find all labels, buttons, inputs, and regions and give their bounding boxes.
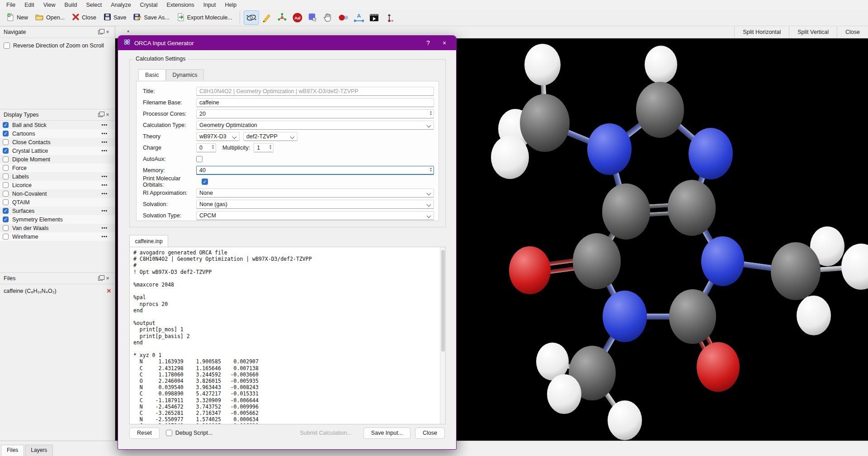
display-type-options-icon[interactable]: •••: [101, 131, 111, 136]
h-atom[interactable]: [547, 374, 581, 414]
display-type-checkbox[interactable]: [3, 191, 9, 197]
h-atom[interactable]: [524, 44, 561, 85]
title-input[interactable]: C8H10N4O2 | Geometry Optimization | wB97…: [196, 87, 434, 96]
close-panel-icon[interactable]: ×: [104, 28, 111, 36]
c-atom[interactable]: [520, 94, 570, 152]
menu-item-help[interactable]: Help: [220, 1, 241, 9]
dialog-help-button[interactable]: ?: [422, 39, 434, 47]
editor-file-tab[interactable]: caffeine.inp: [129, 235, 168, 247]
split-vertical-button[interactable]: Split Vertical: [789, 26, 837, 38]
close-panel-icon[interactable]: ×: [104, 111, 111, 118]
menu-item-build[interactable]: Build: [60, 1, 82, 9]
display-type-checkbox[interactable]: ✓: [3, 216, 9, 222]
h-atom[interactable]: [841, 244, 868, 289]
align-tool-button[interactable]: [382, 11, 397, 24]
float-panel-icon[interactable]: [97, 275, 104, 282]
menu-item-edit[interactable]: Edit: [20, 1, 39, 9]
save-input-button[interactable]: Save Input...: [363, 428, 410, 439]
display-type-checkbox[interactable]: ✓: [3, 148, 9, 154]
h-atom[interactable]: [491, 136, 529, 179]
save-button[interactable]: Save: [100, 11, 130, 24]
export-molecule-button[interactable]: Export Molecule...: [173, 11, 236, 24]
float-panel-icon[interactable]: [97, 111, 104, 118]
split-horizontal-button[interactable]: Split Horizontal: [734, 26, 789, 38]
selection-tool-button[interactable]: [306, 11, 320, 24]
charge-spinbox[interactable]: 0▲▼: [196, 143, 216, 152]
n-atom[interactable]: [701, 236, 744, 286]
autoaux-checkbox[interactable]: [196, 156, 203, 162]
display-type-row-cartoons[interactable]: ✓ Cartoons •••: [0, 129, 115, 138]
solvation-combobox[interactable]: None (gas): [196, 200, 434, 209]
display-type-options-icon[interactable]: •••: [101, 226, 111, 230]
ri-approximation-combobox[interactable]: None: [196, 188, 434, 197]
editor-scrollbar[interactable]: [440, 247, 445, 424]
dialog-close-button[interactable]: Close: [415, 428, 445, 439]
display-type-checkbox[interactable]: ✓: [3, 122, 9, 128]
display-type-options-icon[interactable]: •••: [101, 191, 111, 196]
filename-base-input[interactable]: caffeine: [196, 98, 434, 107]
display-type-row-close-contacts[interactable]: Close Contacts •••: [0, 138, 115, 146]
display-type-checkbox[interactable]: [3, 139, 9, 145]
spinner-arrows-icon[interactable]: ▲▼: [269, 144, 272, 150]
display-type-row-non-covalent[interactable]: Non-Covalent •••: [0, 189, 115, 198]
bottom-tab-layers[interactable]: Layers: [25, 445, 53, 456]
label-tool-button[interactable]: Aal: [290, 11, 305, 24]
basis-combobox[interactable]: def2-TZVPP: [243, 132, 297, 141]
c-atom[interactable]: [669, 289, 717, 344]
display-type-options-icon[interactable]: •••: [101, 148, 111, 153]
bottom-tab-files[interactable]: Files: [1, 445, 24, 456]
dialog-close-icon[interactable]: ×: [438, 39, 451, 47]
display-type-row-qtaim[interactable]: QTAIM •••: [0, 198, 115, 207]
display-type-options-icon[interactable]: •••: [101, 183, 111, 188]
new-button[interactable]: New: [3, 11, 32, 24]
n-atom[interactable]: [587, 123, 632, 175]
c-atom[interactable]: [668, 180, 716, 235]
reverse-zoom-checkbox[interactable]: [4, 42, 10, 49]
tab-dynamics[interactable]: Dynamics: [166, 69, 204, 80]
save-as-button[interactable]: Save As...: [130, 11, 173, 24]
menu-item-file[interactable]: File: [2, 1, 20, 9]
display-type-options-icon[interactable]: •••: [101, 140, 111, 145]
spinner-arrows-icon[interactable]: ▲▼: [212, 144, 214, 150]
template-tool-button[interactable]: [275, 11, 289, 24]
tab-basic[interactable]: Basic: [138, 69, 166, 80]
display-type-row-crystal-lattice[interactable]: ✓ Crystal Lattice •••: [0, 146, 115, 155]
display-type-row-ball-and-stick[interactable]: ✓ Ball and Stick •••: [0, 121, 115, 129]
measure-tool-button[interactable]: [352, 11, 366, 24]
menu-item-extensions[interactable]: Extensions: [162, 1, 199, 9]
c-atom[interactable]: [771, 242, 821, 300]
calculation-type-combobox[interactable]: Geometry Optimization: [196, 121, 434, 130]
display-type-checkbox[interactable]: [3, 174, 9, 179]
n-atom[interactable]: [689, 128, 733, 179]
menu-item-input[interactable]: Input: [199, 1, 221, 9]
reset-button[interactable]: Reset: [129, 428, 160, 439]
view-close-button[interactable]: Close: [837, 26, 868, 38]
display-type-row-licorice[interactable]: Licorice •••: [0, 181, 115, 189]
dialog-titlebar[interactable]: ORCA Input Generator ? ×: [118, 36, 456, 50]
display-type-checkbox[interactable]: ✓: [3, 208, 9, 214]
h-atom[interactable]: [797, 296, 831, 335]
h-atom[interactable]: [645, 46, 677, 84]
display-type-row-surfaces[interactable]: ✓ Surfaces •••: [0, 207, 115, 215]
display-type-checkbox[interactable]: [3, 182, 9, 188]
o-atom[interactable]: [697, 342, 740, 392]
c-atom[interactable]: [573, 233, 621, 289]
display-type-options-icon[interactable]: •••: [101, 234, 111, 239]
draw-tool-button[interactable]: [259, 11, 274, 24]
spinner-arrows-icon[interactable]: ▲▼: [429, 110, 432, 116]
theory-combobox[interactable]: wB97X-D3: [196, 132, 240, 141]
open-button[interactable]: Open...: [32, 11, 68, 24]
close-panel-icon[interactable]: ×: [104, 275, 111, 282]
remove-file-icon[interactable]: ×: [107, 287, 111, 295]
input-file-content[interactable]: # avogadro generated ORCA file # C8H10N4…: [130, 247, 445, 424]
display-type-row-symmetry-elements[interactable]: ✓ Symmetry Elements •••: [0, 215, 115, 224]
display-type-row-van-der-waals[interactable]: Van der Waals •••: [0, 224, 115, 232]
display-type-checkbox[interactable]: [3, 199, 9, 205]
display-type-options-icon[interactable]: •••: [101, 122, 111, 127]
debug-script-checkbox[interactable]: [166, 430, 172, 436]
display-type-row-dipole-moment[interactable]: Dipole Moment •••: [0, 155, 115, 164]
menu-item-analyze[interactable]: Analyze: [106, 1, 135, 9]
display-type-options-icon[interactable]: •••: [101, 174, 111, 179]
display-type-row-force[interactable]: Force •••: [0, 164, 115, 172]
memory-spinbox[interactable]: 40▲▼: [196, 166, 434, 175]
